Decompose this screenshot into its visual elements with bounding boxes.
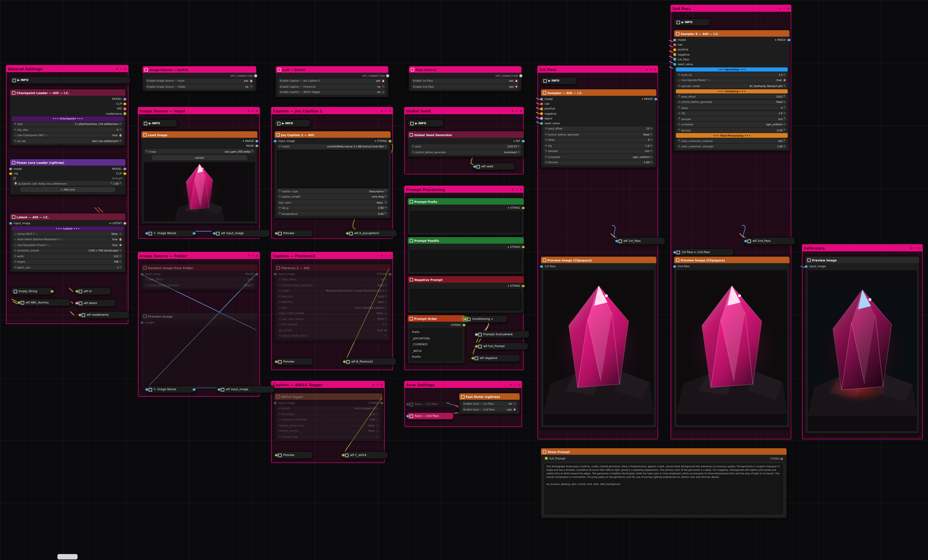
toggle-row-use-checkpoint-vae[interactable]: — Use Checkpoint VAE ? —true bbox=[12, 133, 123, 138]
increment-arrow-icon[interactable]: ▶ bbox=[252, 278, 253, 281]
node-wfi-latent[interactable]: wfi latent bbox=[76, 299, 116, 307]
widget-row-seed[interactable]: ◀seed132174▶ bbox=[410, 144, 521, 149]
decrement-arrow-icon[interactable]: ◀ bbox=[279, 290, 281, 292]
mute-row-enable-caption-joy-caption-2[interactable]: Enable Caption — Joy Caption 2yes bbox=[278, 78, 386, 84]
output-port-dot[interactable] bbox=[123, 172, 127, 175]
node-header[interactable]: Sampler — AIO — I.C. bbox=[541, 89, 656, 96]
increment-arrow-icon[interactable]: ▶ bbox=[120, 261, 121, 263]
widget-row-denoise[interactable]: ◀denoise0.20▶ bbox=[676, 128, 787, 133]
input-port-dot[interactable] bbox=[273, 402, 277, 405]
decrement-arrow-icon[interactable]: ◀ bbox=[545, 133, 547, 135]
collapse-box-icon[interactable] bbox=[276, 266, 280, 269]
collapse-box-icon[interactable] bbox=[148, 231, 152, 235]
increment-arrow-icon[interactable]: ▶ bbox=[385, 146, 386, 148]
node-random-image-folder[interactable]: Random Image from Folderseed_valueIMAGE◀… bbox=[141, 264, 258, 291]
decrement-arrow-icon[interactable]: ◀ bbox=[279, 307, 281, 309]
node-joy-caption-2[interactable]: Joy Caption 2 — AIOinput_image✦STRING◀mo… bbox=[274, 131, 391, 219]
node-save-1st-pass[interactable]: Save — 1st Pass bbox=[407, 400, 454, 408]
toggle-dot[interactable] bbox=[783, 79, 785, 81]
node-header[interactable]: Sampler 9 — AIO — I.C. bbox=[674, 30, 789, 37]
node-header[interactable]: WD14 Tagger bbox=[275, 393, 382, 400]
widget-row-sd-vae[interactable]: ◀sd_vaesdxl_vae.safetensors▶ bbox=[12, 138, 123, 143]
collapse-box-icon[interactable] bbox=[478, 333, 482, 336]
output-port-dot[interactable] bbox=[522, 139, 525, 143]
input-port-dot[interactable] bbox=[673, 43, 676, 46]
node-empty-string[interactable]: Empty String bbox=[11, 288, 53, 295]
widget-row-attention[interactable]: ◀attentionsdpa▶ bbox=[277, 300, 388, 305]
node-fast-muter[interactable]: Fast Muter (rgthree)Enable Save — 1st Pa… bbox=[459, 393, 520, 414]
toggle-dot[interactable] bbox=[515, 80, 517, 82]
increment-arrow-icon[interactable]: ▶ bbox=[385, 213, 386, 215]
increment-arrow-icon[interactable]: ▶ bbox=[120, 123, 121, 125]
decrement-arrow-icon[interactable]: ◀ bbox=[14, 266, 16, 268]
node-wfi-input-image[interactable]: wfi input_image bbox=[213, 230, 270, 237]
increment-arrow-icon[interactable]: ▶ bbox=[784, 96, 785, 97]
decrement-arrow-icon[interactable]: ◀ bbox=[14, 123, 16, 125]
widget-row-output-mask-select[interactable]: ◀output_mask_select▶ bbox=[277, 333, 388, 338]
decrement-arrow-icon[interactable]: ◀ bbox=[279, 207, 281, 209]
collapse-box-icon[interactable] bbox=[476, 164, 480, 168]
collapse-box-icon[interactable] bbox=[409, 278, 413, 281]
decrement-arrow-icon[interactable]: ◀ bbox=[279, 146, 281, 148]
node-wfi-seed[interactable]: wfi seed bbox=[473, 163, 515, 170]
collapse-box-icon[interactable] bbox=[345, 453, 348, 457]
comfyui-canvas[interactable]: General Settings▶⇄◉Image Source — Input▶… bbox=[0, 0, 928, 560]
widget-row-cfg[interactable]: ◀cfg1.0▶ bbox=[543, 143, 654, 148]
collapse-box-icon[interactable] bbox=[543, 91, 546, 94]
increment-arrow-icon[interactable]: ▶ bbox=[120, 182, 121, 184]
widget-row-sampler[interactable]: ◀samplerlcm▶ bbox=[676, 117, 787, 122]
input-port-dot[interactable] bbox=[145, 231, 148, 235]
increment-arrow-icon[interactable]: ▶ bbox=[651, 139, 652, 141]
node-header[interactable]: Fast Muter (rgthree) bbox=[459, 393, 520, 400]
collapse-box-icon[interactable] bbox=[14, 289, 17, 293]
node-global-seed-generator[interactable]: Global Seed Generator✦INT◀seed132174▶◀co… bbox=[407, 131, 525, 158]
increment-arrow-icon[interactable]: ▶ bbox=[385, 318, 386, 320]
node-wfi-2nd-pass[interactable]: wfi 2nd_Pass bbox=[745, 237, 795, 245]
input-port-dot[interactable] bbox=[673, 62, 676, 66]
node-preview-image-folder[interactable]: Preview Imageimages bbox=[141, 312, 258, 388]
input-port-dot[interactable] bbox=[140, 321, 143, 324]
decrement-arrow-icon[interactable]: ◀ bbox=[412, 151, 414, 154]
widget-row-resolution-preset[interactable]: ◀resolution_preset1344 x 768 (landscape)… bbox=[12, 248, 123, 253]
decrement-arrow-icon[interactable]: ◀ bbox=[545, 156, 547, 158]
input-port-dot[interactable] bbox=[540, 112, 543, 115]
decrement-arrow-icon[interactable]: ◀ bbox=[14, 261, 16, 263]
input-port-dot[interactable] bbox=[471, 356, 475, 360]
toggle-all-icon[interactable] bbox=[13, 177, 16, 180]
toggle-dot[interactable] bbox=[250, 80, 252, 82]
node-preview-florence[interactable]: Preview bbox=[275, 358, 313, 365]
toggle-row-using-sd15[interactable]: — Using SD15 ? —false bbox=[12, 231, 123, 236]
increment-arrow-icon[interactable]: ▶ bbox=[252, 284, 253, 286]
node-header[interactable]: Joy Caption 2 — AIO bbox=[275, 131, 391, 138]
output-port-dot[interactable] bbox=[522, 206, 525, 210]
collapse-box-icon[interactable] bbox=[478, 344, 482, 348]
increment-arrow-icon[interactable]: ▶ bbox=[784, 146, 785, 148]
widget-row-temperature[interactable]: ◀temperature0.65▶ bbox=[277, 211, 388, 216]
button-add-lora[interactable]: + Add Lora bbox=[20, 186, 116, 193]
output-port-dot[interactable] bbox=[255, 272, 259, 276]
widget-row-model[interactable]: ◀modelunsloth/Meta-Llama-3.1-8B-Instruct… bbox=[277, 144, 388, 149]
node-wfi-1st-pass[interactable]: wfi 1st_Pass bbox=[615, 237, 665, 245]
increment-arrow-icon[interactable]: ▶ bbox=[784, 118, 785, 120]
node-header[interactable]: Power Lora Loader (rgthree) bbox=[10, 159, 125, 166]
increment-arrow-icon[interactable]: ▶ bbox=[784, 101, 785, 103]
collapse-box-icon[interactable] bbox=[278, 360, 282, 363]
widget-row-color-correction-method[interactable]: ◀color_correction_methodmkl▶ bbox=[676, 138, 787, 143]
collapse-box-icon[interactable] bbox=[143, 266, 147, 269]
output-port-dot[interactable] bbox=[123, 102, 127, 106]
node-header[interactable]: Prompt Prefix bbox=[408, 198, 524, 205]
toggle-row-use-upscale-model[interactable]: — Use Upscale Model ? —true bbox=[676, 78, 787, 83]
increment-arrow-icon[interactable]: ▶ bbox=[784, 140, 785, 142]
decrement-arrow-icon[interactable]: ◀ bbox=[279, 324, 281, 326]
widget-row-image[interactable]: ◀imagesoul_gem_005.webp▶ bbox=[144, 149, 255, 154]
order-item-prefix[interactable]: Prefix bbox=[409, 329, 463, 335]
decrement-arrow-icon[interactable]: ◀ bbox=[678, 118, 680, 120]
input-port-dot[interactable] bbox=[342, 453, 345, 457]
node-pass-compare[interactable]: 1st Pass ↔ 2nd Pass bbox=[673, 248, 734, 256]
toggle-dot[interactable] bbox=[515, 85, 517, 88]
output-port-dot[interactable] bbox=[522, 245, 525, 249]
decrement-arrow-icon[interactable]: ◀ bbox=[279, 301, 281, 303]
input-port-dot[interactable] bbox=[673, 58, 676, 61]
decrement-arrow-icon[interactable]: ◀ bbox=[279, 295, 281, 298]
node-power-lora-loader[interactable]: Power Lora Loader (rgthree)modelMODELcli… bbox=[9, 158, 126, 195]
